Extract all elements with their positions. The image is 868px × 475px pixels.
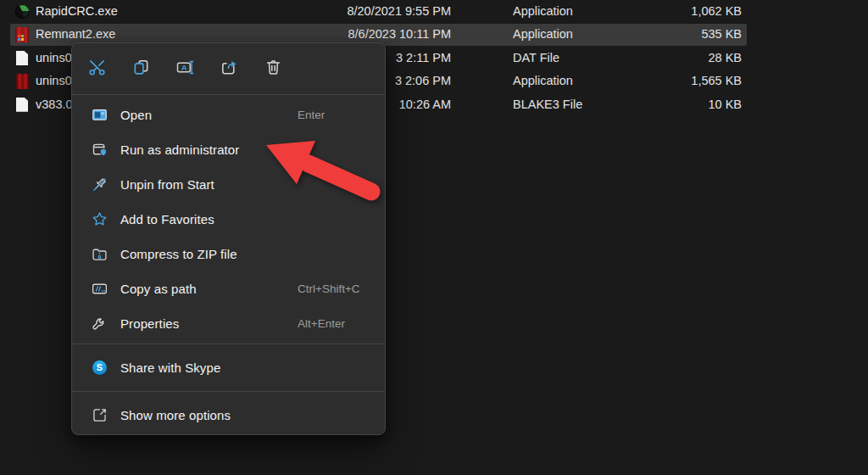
menu-item-label: Open [120, 108, 152, 122]
svg-text:S: S [97, 362, 103, 372]
open-icon [91, 106, 108, 124]
menu-item-label: Copy as path [120, 282, 197, 296]
favorites-star-icon [91, 210, 108, 228]
file-name: RapidCRC.exe [36, 0, 324, 23]
menu-item-properties[interactable]: PropertiesAlt+Enter [72, 306, 385, 341]
menu-item-label: Compress to ZIP file [120, 247, 237, 261]
rapidcrc-app-icon [14, 0, 31, 23]
share-button[interactable] [219, 59, 240, 80]
file-size: 28 KB [615, 47, 742, 70]
run-as-admin-icon [91, 141, 108, 159]
menu-item-shortcut: Enter [298, 109, 325, 121]
menu-item-add-to-favorites[interactable]: Add to Favorites [72, 202, 385, 237]
copy-button[interactable] [131, 59, 152, 80]
file-row-rapidcrc-exe-0[interactable]: RapidCRC.exe8/20/2021 9:55 PMApplication… [0, 0, 747, 23]
context-menu-icon-bar: A [72, 43, 385, 94]
show-more-options-icon [91, 406, 108, 424]
file-size: 535 KB [615, 23, 742, 46]
menu-section-footer: Show more options [72, 392, 385, 434]
menu-item-run-as-administrator[interactable]: Run as administrator [72, 132, 385, 167]
menu-item-unpin-from-start[interactable]: Unpin from Start [72, 167, 385, 202]
cut-button[interactable] [86, 59, 108, 80]
skype-icon: S [91, 359, 108, 377]
rename-button[interactable]: A [175, 59, 196, 80]
menu-section-main: OpenEnter Run as administrator Unpin fro… [72, 95, 385, 344]
cut-icon [87, 58, 107, 80]
installer-app-icon [14, 70, 31, 92]
unpin-icon [91, 176, 108, 193]
menu-item-label: Unpin from Start [120, 177, 214, 192]
context-menu: A OpenEnter Run as administrator Unpin f… [71, 42, 386, 435]
menu-item-share-with-skype[interactable]: SShare with Skype [72, 350, 385, 385]
menu-item-show-more-options[interactable]: Show more options [72, 398, 385, 433]
document-icon [14, 93, 31, 116]
date-modified: 8/20/2021 9:55 PM [331, 0, 451, 23]
rename-icon: A [175, 58, 195, 80]
menu-item-compress-to-zip-file[interactable]: Compress to ZIP file [72, 237, 385, 271]
copy-icon [131, 58, 151, 80]
trash-icon [264, 58, 283, 80]
remnant2-app-icon [14, 23, 31, 46]
menu-item-copy-as-path[interactable]: Copy as pathCtrl+Shift+C [72, 271, 385, 306]
document-icon [14, 47, 31, 70]
menu-item-shortcut: Alt+Enter [298, 317, 345, 330]
menu-item-label: Run as administrator [120, 142, 239, 157]
file-size: 1,565 KB [615, 70, 742, 92]
svg-text:A: A [181, 64, 187, 72]
file-size: 10 KB [615, 93, 742, 116]
menu-section-share: SShare with Skype [72, 344, 385, 391]
copy-path-icon [91, 280, 108, 298]
menu-item-shortcut: Ctrl+Shift+C [298, 282, 360, 295]
file-size: 1,062 KB [615, 0, 742, 23]
menu-item-label: Show more options [120, 408, 231, 422]
properties-wrench-icon [91, 315, 108, 332]
zip-folder-icon [91, 245, 108, 263]
menu-item-label: Share with Skype [120, 360, 220, 375]
delete-button[interactable] [263, 59, 284, 80]
menu-item-open[interactable]: OpenEnter [72, 98, 385, 132]
menu-item-label: Add to Favorites [120, 212, 214, 226]
share-icon [220, 58, 239, 80]
menu-item-label: Properties [120, 316, 179, 331]
